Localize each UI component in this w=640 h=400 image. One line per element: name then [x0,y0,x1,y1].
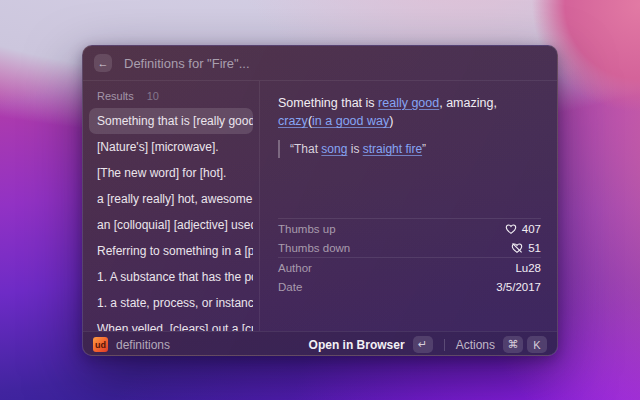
action-bar: ud definitions Open in Browser ↵ Actions… [83,331,557,356]
page-title: Definitions for "Fire"... [124,56,250,71]
list-item[interactable]: When yelled, [clears] out a [crowded… [89,316,253,331]
heart-off-icon [511,242,523,254]
thumbs-down-row: Thumbs down 51 [278,238,541,257]
thumbs-up-value: 407 [505,223,541,235]
actions-label: Actions [456,338,495,352]
quote-link[interactable]: straight fire [363,142,422,156]
divider [444,339,445,351]
list-item[interactable]: an [colloquial] [adjective] used to de… [89,212,253,238]
thumbs-up-row: Thumbs up 407 [278,219,541,238]
list-item[interactable]: 1. A substance that has the power t… [89,264,253,290]
author-value: Lu28 [515,262,541,274]
footer-actions: Open in Browser ↵ Actions ⌘ K [309,336,547,353]
definition-link[interactable]: crazy [278,114,308,128]
metadata-section: Thumbs up 407 Thumbs down 51 [278,218,541,296]
definition-fragment: ) [389,114,393,128]
result-list: Something that is [really good], ama… [N… [83,107,259,331]
quote-fragment: is [347,142,362,156]
list-item[interactable]: Something that is [really good], ama… [89,108,253,134]
list-item[interactable]: Referring to something in a [positive… [89,238,253,264]
back-button[interactable]: ← [94,54,112,72]
results-section-header: Results 10 [83,81,259,107]
thumbs-down-value: 51 [511,242,541,254]
definition-text: Something that is really good, amazing, … [278,94,541,130]
date-value: 3/5/2017 [496,281,541,293]
date-row: Date 3/5/2017 [278,277,541,296]
open-in-browser-label: Open in Browser [309,338,405,352]
actions-shortcut: ⌘ K [503,336,547,353]
definition-link[interactable]: in a good way [312,114,389,128]
thumbs-down-count: 51 [528,242,541,254]
detail-spacer [278,158,541,218]
raycast-window: ← Definitions for "Fire"... Results 10 S… [82,45,558,356]
actions-menu-button[interactable]: Actions ⌘ K [456,336,547,353]
extension-name: definitions [116,338,170,352]
back-arrow-icon: ← [98,57,109,69]
results-label: Results [97,90,134,102]
window-header: ← Definitions for "Fire"... [83,46,557,81]
extension-chip: ud definitions [93,337,170,352]
return-key-icon: ↵ [413,336,433,353]
example-quote: “That song is straight fire” [278,140,541,158]
detail-pane: Something that is really good, amazing, … [260,81,557,331]
list-item[interactable]: [Nature's] [microwave]. [89,134,253,160]
thumbs-up-label: Thumbs up [278,223,336,235]
thumbs-up-count: 407 [522,223,541,235]
list-item[interactable]: a [really really] hot, awesome or ama… [89,186,253,212]
quote-link[interactable]: song [321,142,347,156]
definition-fragment: , amazing, [439,96,497,110]
heart-icon [505,223,517,235]
list-item[interactable]: 1. a state, process, or instance of [co… [89,290,253,316]
author-row: Author Lu28 [278,258,541,277]
window-body: Results 10 Something that is [really goo… [83,81,557,331]
date-label: Date [278,281,302,293]
urban-dictionary-icon: ud [93,337,108,352]
quote-fragment: ” [422,142,426,156]
thumbs-down-label: Thumbs down [278,242,350,254]
definition-link[interactable]: really good [378,96,439,110]
author-label: Author [278,262,312,274]
list-item[interactable]: [The new word] for [hot]. [89,160,253,186]
k-key: K [527,336,547,353]
desktop-wallpaper: ← Definitions for "Fire"... Results 10 S… [0,0,640,400]
open-in-browser-button[interactable]: Open in Browser ↵ [309,336,433,353]
definition-fragment: Something that is [278,96,378,110]
results-count: 10 [147,90,159,102]
command-key-icon: ⌘ [503,336,523,353]
quote-fragment: “That [290,142,321,156]
results-pane: Results 10 Something that is [really goo… [83,81,260,331]
